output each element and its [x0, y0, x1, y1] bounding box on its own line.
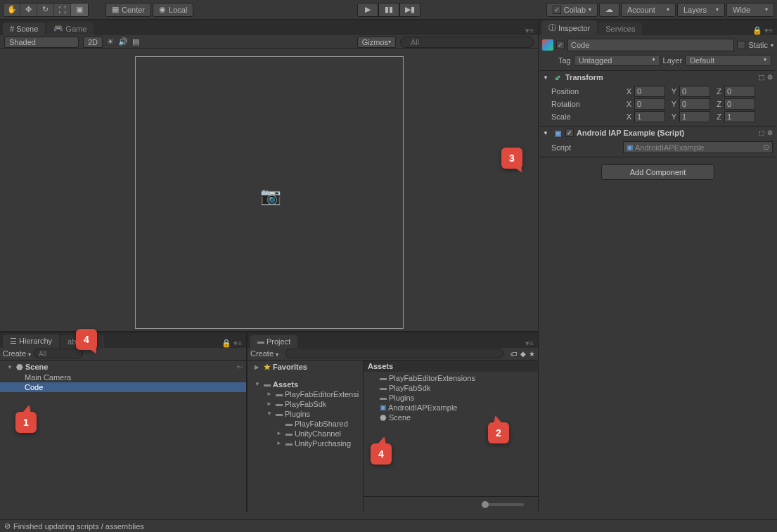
icon-size-slider[interactable]: [482, 503, 524, 506]
layout-dropdown[interactable]: Wide▾: [726, 3, 774, 17]
project-folder[interactable]: ►▬UnityChannel: [248, 429, 363, 439]
asset-item[interactable]: ⬣Scene: [364, 413, 538, 423]
collapse-arrow[interactable]: ▼: [543, 74, 550, 81]
filter-icon[interactable]: 🏷: [510, 350, 518, 358]
pivot-local-toggle[interactable]: ◉Local: [153, 3, 193, 17]
rotation-x[interactable]: [634, 98, 665, 110]
asset-item[interactable]: ▬PlayFabSdk: [364, 383, 538, 393]
collapse-arrow[interactable]: ▼: [543, 130, 550, 136]
pause-button[interactable]: ▮▮: [378, 3, 399, 17]
tag-label: Tag: [558, 56, 571, 65]
2d-toggle[interactable]: 2D: [83, 37, 103, 48]
scale-z[interactable]: [724, 111, 755, 122]
shading-dropdown[interactable]: Shaded: [4, 37, 79, 48]
inspector-panel: ⓘInspector Services 🔒 ▾≡ ✓ Static ▾ Tag …: [538, 20, 777, 512]
static-dropdown[interactable]: ▾: [771, 42, 773, 48]
script-icon: ▣: [553, 128, 563, 138]
project-create-dropdown[interactable]: Create ▾: [250, 349, 278, 358]
scene-root[interactable]: ▼⬣Scene▾≡: [0, 362, 246, 372]
tab-scene[interactable]: #Scene: [3, 22, 45, 35]
scale-y[interactable]: [679, 111, 710, 122]
rotate-tool[interactable]: ↻: [37, 4, 54, 16]
favorites-root[interactable]: ▶★Favorites: [248, 362, 363, 372]
transform-icon: ⬃: [553, 72, 563, 82]
rotation-label: Rotation: [543, 100, 620, 108]
asset-item[interactable]: ▬PlayFabEditorExtensions: [364, 373, 538, 383]
asset-item[interactable]: ▣AndroidIAPExample: [364, 403, 538, 413]
layer-dropdown[interactable]: Default♦: [685, 55, 771, 66]
project-options[interactable]: ▾≡: [525, 339, 538, 348]
callout-1: 1: [15, 412, 37, 433]
step-button[interactable]: ▶▮: [399, 3, 420, 17]
script-component: ▼ ▣ ✓ Android IAP Example (Script) ⬚ ⚙ S…: [540, 126, 776, 157]
position-x[interactable]: [634, 86, 665, 97]
position-z[interactable]: [724, 86, 755, 97]
save-icon[interactable]: ★: [529, 350, 535, 358]
rotation-z[interactable]: [724, 98, 755, 110]
fx-icon[interactable]: ▤: [132, 37, 139, 46]
audio-icon[interactable]: 🔊: [118, 37, 128, 46]
position-label: Position: [543, 87, 620, 96]
project-tree: ▶★Favorites ▼▬Assets ►▬PlayFabEditorExte…: [248, 361, 364, 512]
cloud-button[interactable]: ☁: [599, 3, 619, 17]
hierarchy-icon: ☰: [10, 337, 17, 346]
scale-x[interactable]: [634, 111, 665, 122]
tab-services[interactable]: Services: [598, 22, 642, 35]
hand-tool[interactable]: ✋: [4, 4, 20, 16]
tab-hierarchy[interactable]: ☰Hierarchy: [3, 335, 59, 348]
move-tool[interactable]: ✥: [20, 4, 37, 16]
project-folder[interactable]: ►▬PlayFabSdk: [248, 399, 363, 409]
callout-4a: 4: [76, 329, 97, 350]
hierarchy-item-camera[interactable]: Main Camera: [0, 372, 246, 382]
position-y[interactable]: [679, 86, 710, 97]
hierarchy-item-code[interactable]: Code: [0, 382, 246, 392]
tab-inspector[interactable]: ⓘInspector: [541, 20, 597, 35]
hierarchy-search[interactable]: [34, 349, 83, 358]
script-field[interactable]: ▣ AndroidIAPExample ⊙: [623, 141, 773, 153]
project-folder[interactable]: ►▬UnityPurchasing: [248, 439, 363, 448]
status-icon: ⊘: [4, 521, 11, 531]
project-content: Assets ▬PlayFabEditorExtensions▬PlayFabS…: [364, 361, 538, 512]
pivot-center-toggle[interactable]: ▦Center: [105, 3, 151, 17]
local-icon: ◉: [159, 5, 166, 14]
add-component-button[interactable]: Add Component: [601, 164, 715, 180]
collab-dropdown[interactable]: ✓Collab ▾: [546, 3, 598, 17]
project-folder[interactable]: ▼▬Plugins: [248, 409, 363, 419]
layers-dropdown[interactable]: Layers▾: [677, 3, 725, 17]
scene-search[interactable]: [400, 37, 534, 48]
hierarchy-options[interactable]: 🔒 ▾≡: [221, 339, 246, 348]
gizmos-dropdown[interactable]: Gizmos ▾: [357, 37, 396, 48]
scene-toolbar: Shaded 2D ☀ 🔊 ▤ Gizmos ▾: [0, 35, 538, 49]
rotation-y[interactable]: [679, 98, 710, 110]
component-menu[interactable]: ⬚ ⚙: [759, 74, 773, 81]
project-search[interactable]: [285, 349, 503, 358]
play-button[interactable]: ▶: [357, 3, 378, 17]
assets-root[interactable]: ▼▬Assets: [248, 379, 363, 389]
tab-project[interactable]: ▬Project: [250, 335, 297, 348]
scale-tool[interactable]: ⛶: [54, 4, 71, 16]
project-folder[interactable]: ►▬PlayFabEditorExtensi: [248, 389, 363, 399]
object-name-input[interactable]: [567, 39, 734, 51]
asset-item[interactable]: ▬Plugins: [364, 393, 538, 403]
inspector-options[interactable]: 🔒 ▾≡: [752, 26, 777, 35]
account-dropdown[interactable]: Account▾: [621, 3, 676, 17]
layer-label: Layer: [663, 56, 683, 65]
scene-view[interactable]: 📷: [0, 49, 538, 331]
scene-icon: #: [10, 25, 14, 33]
type-icon[interactable]: ◆: [520, 350, 526, 358]
callout-2: 2: [488, 422, 509, 443]
static-checkbox[interactable]: [737, 41, 745, 49]
lighting-icon[interactable]: ☀: [107, 37, 114, 46]
panel-options[interactable]: ▾≡: [525, 26, 538, 35]
create-dropdown[interactable]: Create ▾: [3, 349, 31, 358]
project-folder[interactable]: ▬PlayFabShared: [248, 419, 363, 429]
component-menu[interactable]: ⬚ ⚙: [759, 129, 773, 136]
callout-3: 3: [501, 148, 522, 169]
component-enabled-checkbox[interactable]: ✓: [565, 129, 574, 137]
rect-tool[interactable]: ▣: [71, 4, 88, 16]
active-checkbox[interactable]: ✓: [556, 41, 565, 49]
folder-icon: ▬: [264, 380, 271, 388]
camera-gizmo-icon[interactable]: 📷: [260, 186, 281, 206]
tab-game[interactable]: 🎮Game: [46, 22, 94, 35]
tag-dropdown[interactable]: Untagged♦: [574, 55, 660, 66]
